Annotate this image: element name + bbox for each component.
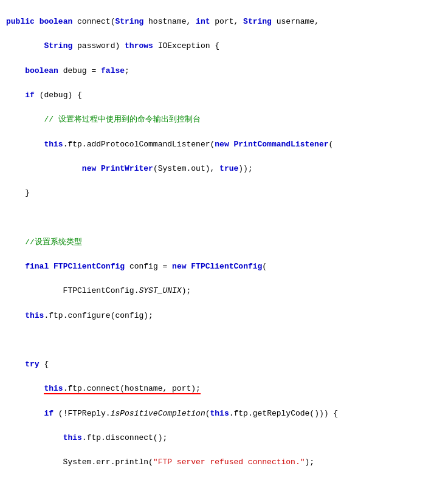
line-9 — [6, 211, 442, 224]
line-15: try { — [6, 358, 442, 371]
line-14 — [6, 334, 442, 346]
line-3: boolean debug = false; — [6, 65, 442, 77]
line-7: new PrintWriter(System.out), true)); — [6, 163, 442, 175]
line-17: if (!FTPReply.isPositiveCompletion(this.… — [6, 408, 442, 420]
line-13: this.ftp.configure(config); — [6, 310, 442, 322]
code-block: public boolean connect(String hostname, … — [0, 0, 448, 480]
line-1: public boolean connect(String hostname, … — [6, 16, 442, 28]
line-10: //设置系统类型 — [6, 236, 442, 249]
line-16: this.ftp.connect(hostname, port); — [6, 383, 442, 395]
line-6: this.ftp.addProtocolCommandListener(new … — [6, 139, 442, 151]
line-8: } — [6, 187, 442, 199]
line-2: String password) throws IOException { — [6, 40, 442, 52]
line-11: final FTPClientConfig config = new FTPCl… — [6, 261, 442, 273]
line-18: this.ftp.disconnect(); — [6, 432, 442, 444]
line-4: if (debug) { — [6, 89, 442, 101]
line-12: FTPClientConfig.SYST_UNIX); — [6, 285, 442, 297]
line-19: System.err.println("FTP server refused c… — [6, 456, 442, 468]
line-5: // 设置将过程中使用到的命令输出到控制台 — [6, 114, 442, 126]
